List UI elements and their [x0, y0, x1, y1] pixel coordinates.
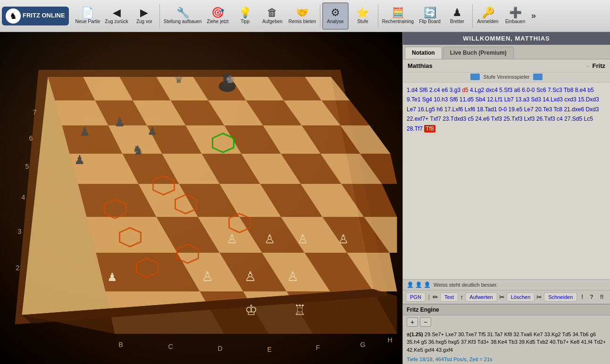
svg-text:D: D: [218, 345, 223, 352]
aufgeben-button[interactable]: 🗑 Aufgeben: [259, 2, 285, 30]
aufgeben-icon: 🗑: [267, 8, 277, 18]
player-white-name: Matthias: [408, 62, 583, 69]
svg-text:5: 5: [25, 163, 29, 170]
loeschen-icon: ✂: [499, 293, 505, 301]
main-area: 7 6 5 4 3 2 B C D E F G H ♚ ♛ ♟ ♟ ♟: [0, 32, 610, 364]
stellung-aufbauen-button[interactable]: 🔧 Stellung aufbauen: [162, 2, 204, 30]
zug-zurueck-button[interactable]: ◀ Zug zurück: [103, 2, 130, 30]
notation-area[interactable]: 1.d4 Sf6 2.c4 e6 3.g3 d5 4.Lg2 dxc4 5.Sf…: [403, 83, 610, 279]
zug-vor-icon: ▶: [140, 8, 148, 18]
engine-section: Fritz Engine + − ±(1.25) 29.Se7+ Lxe7 30…: [403, 304, 610, 364]
tipp-icon: 💡: [239, 8, 251, 18]
symbol-exclaim[interactable]: !: [579, 293, 585, 301]
svg-text:♚: ♚: [226, 74, 235, 85]
svg-text:♙: ♙: [264, 232, 275, 246]
bretter-icon: ♟: [452, 8, 462, 18]
text-icon: ✏: [433, 293, 438, 301]
loeschen-button[interactable]: Löschen: [507, 292, 535, 302]
players-header: Matthias - Fritz: [403, 59, 610, 73]
zug-vor-label: Zug vor: [136, 19, 152, 24]
einbauen-icon: ➕: [509, 8, 522, 18]
flip-board-label: Flip Board: [419, 19, 441, 24]
svg-text:♔: ♔: [245, 302, 258, 318]
svg-text:B: B: [119, 341, 123, 348]
pgn-button[interactable]: PGN: [406, 292, 426, 302]
status-text: Weiss steht deutlich besser.: [434, 282, 498, 288]
stufe-label: Stufe: [357, 19, 368, 24]
svg-text:♟: ♟: [147, 125, 158, 137]
svg-text:♞: ♞: [132, 143, 144, 157]
svg-text:♙: ♙: [201, 269, 213, 284]
board-area[interactable]: 7 6 5 4 3 2 B C D E F G H ♚ ♛ ♟ ♟ ♟: [0, 32, 402, 364]
ziehe-jetzt-icon: 🎯: [211, 8, 224, 18]
aufgeben-label: Aufgeben: [262, 19, 283, 24]
tab-notation[interactable]: Notation: [405, 47, 442, 59]
svg-text:6: 6: [29, 134, 33, 142]
analyse-button[interactable]: ⚙ Analyse: [322, 2, 349, 30]
anmelden-button[interactable]: 🔑 Anmelden: [475, 2, 501, 30]
svg-text:♙: ♙: [297, 232, 308, 246]
neue-partie-icon: 📄: [81, 8, 94, 18]
logo[interactable]: ♞ FRITZ ONLINE: [2, 7, 69, 25]
aufwerten-button[interactable]: Aufwerten: [465, 292, 497, 302]
player-icon-black: [533, 74, 543, 80]
divider-1: [159, 4, 160, 28]
stufe-button[interactable]: ⭐ Stufe: [350, 2, 376, 30]
anmelden-label: Anmelden: [477, 19, 499, 24]
chess-board-3d: 7 6 5 4 3 2 B C D E F G H ♚ ♛ ♟ ♟ ♟: [0, 32, 402, 364]
svg-text:♛: ♛: [175, 74, 183, 85]
welcome-bar: WILLKOMMEN, MATTHIAS: [403, 32, 610, 45]
schneiden-button[interactable]: Schneiden: [544, 292, 577, 302]
symbol-question[interactable]: ?: [587, 293, 595, 301]
players-sub: Stufe Vereinsspieler: [403, 73, 610, 83]
status-icon-1: 👤: [407, 281, 414, 288]
svg-text:♟: ♟: [74, 153, 85, 167]
symbol-double-exclaim[interactable]: !!: [598, 293, 606, 301]
flip-board-icon: 🔄: [424, 8, 436, 18]
text-button[interactable]: Text: [440, 292, 458, 302]
engine-plus-button[interactable]: +: [407, 317, 418, 327]
remis-bieten-button[interactable]: 🤝 Remis bieten: [286, 2, 318, 30]
zug-zurueck-label: Zug zurück: [105, 19, 128, 24]
svg-text:♙: ♙: [226, 232, 237, 246]
engine-score: ±(1.25): [407, 331, 423, 337]
zug-vor-button[interactable]: ▶ Zug vor: [131, 2, 158, 30]
flip-board-button[interactable]: 🔄 Flip Board: [417, 2, 443, 30]
svg-text:♙: ♙: [244, 269, 256, 284]
svg-text:♙: ♙: [287, 269, 299, 284]
ziehe-jetzt-button[interactable]: 🎯 Ziehe jetzt: [204, 2, 231, 30]
stufe-text: Stufe Vereinsspieler: [484, 74, 530, 80]
svg-text:♖: ♖: [293, 302, 306, 318]
analyse-label: Analyse: [327, 19, 344, 24]
svg-text:C: C: [168, 343, 173, 350]
svg-text:H: H: [388, 336, 393, 344]
einbauen-button[interactable]: ➕ Einbauen: [502, 2, 528, 30]
engine-title: Fritz Engine: [403, 305, 610, 315]
svg-text:♟: ♟: [107, 271, 117, 283]
svg-text:♟: ♟: [114, 116, 125, 129]
tab-live-buch[interactable]: Live Buch (Premium): [443, 47, 514, 59]
toolbar: ♞ FRITZ ONLINE 📄 Neue Partie ◀ Zug zurüc…: [0, 0, 610, 32]
remis-bieten-icon: 🤝: [296, 8, 309, 18]
svg-text:F: F: [316, 344, 320, 351]
svg-text:4: 4: [22, 193, 25, 201]
more-button[interactable]: »: [529, 9, 538, 23]
tipp-label: Tipp: [241, 19, 250, 24]
engine-analysis: ±(1.25) 29.Se7+ Lxe7 30.Txe7 Tf5 31.Ta7 …: [403, 329, 610, 356]
status-icon-3: 👤: [424, 281, 431, 288]
ziehe-jetzt-label: Ziehe jetzt: [207, 19, 228, 24]
engine-line: 29.Se7+ Lxe7 30.Txe7 Tf5 31.Ta7 Kf8 32.T…: [407, 331, 606, 353]
engine-minus-button[interactable]: −: [420, 317, 431, 327]
logo-icon: ♞: [6, 8, 21, 24]
rechentraining-button[interactable]: 🧮 Rechentraining: [380, 2, 416, 30]
status-icon-2: 👤: [415, 281, 422, 288]
status-bar: 👤 👤 👤 Weiss steht deutlich besser.: [403, 279, 610, 290]
symbol-double-question[interactable]: ??: [608, 293, 610, 301]
neue-partie-button[interactable]: 📄 Neue Partie: [74, 2, 102, 30]
svg-text:3: 3: [18, 228, 22, 235]
tipp-button[interactable]: 💡 Tipp: [232, 2, 258, 30]
notation-text: 1.d4 Sf6 2.c4 e6 3.g3 d5 4.Lg2 dxc4 5.Sf…: [407, 85, 606, 133]
bretter-button[interactable]: ♟ Bretter: [444, 2, 470, 30]
player-dash: -: [586, 62, 588, 69]
toolbar-sep-1: |: [428, 294, 430, 300]
